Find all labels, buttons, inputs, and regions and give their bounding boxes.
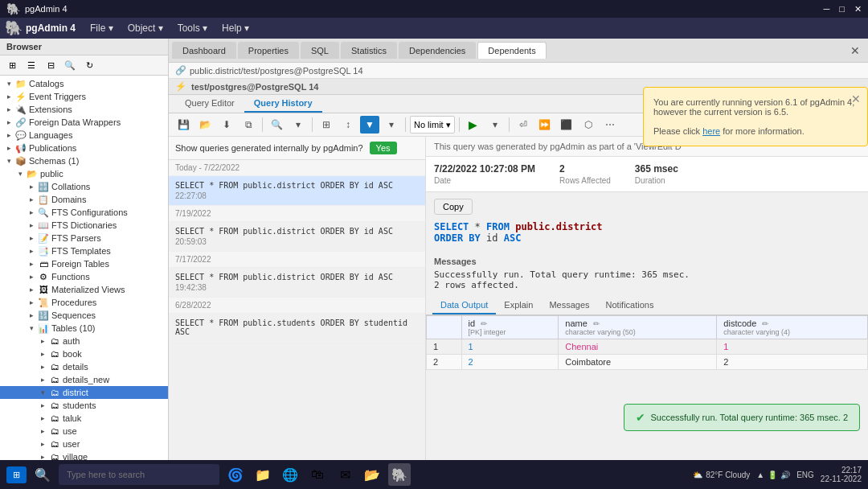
- rtab-messages[interactable]: Messages: [541, 297, 597, 314]
- toolbar-save[interactable]: 💾: [174, 116, 193, 134]
- tree-arrow[interactable]: ▸: [3, 131, 14, 139]
- taskbar-pgadmin[interactable]: 🐘: [388, 463, 411, 486]
- browser-tool-3[interactable]: ⊟: [42, 57, 59, 73]
- tab-close-button[interactable]: ✕: [845, 43, 865, 59]
- tab-properties[interactable]: Properties: [238, 42, 299, 59]
- limit-dropdown[interactable]: No limit ▾: [410, 116, 455, 134]
- browser-tool-1[interactable]: ⊞: [3, 57, 21, 73]
- toolbar-query[interactable]: 🔍: [267, 116, 286, 134]
- taskbar-files[interactable]: 📁: [252, 463, 274, 486]
- toolbar-run[interactable]: ▶: [464, 116, 483, 134]
- tree-arrow[interactable]: ▾: [3, 80, 14, 88]
- tab-sql[interactable]: SQL: [301, 42, 339, 59]
- tree-arrow[interactable]: ▾: [14, 170, 26, 178]
- qd-copy-button[interactable]: Copy: [434, 199, 473, 215]
- tree-item-details_new[interactable]: ▸🗂details_new: [0, 373, 168, 386]
- tree-arrow[interactable]: ▸: [3, 118, 14, 126]
- tree-arrow[interactable]: ▸: [37, 350, 48, 358]
- qh-entry[interactable]: SELECT * FROM public.students ORDER BY s…: [169, 314, 425, 343]
- tree-item-fts-templates[interactable]: ▸📑FTS Templates: [0, 244, 168, 257]
- tree-item-details[interactable]: ▸🗂details: [0, 360, 168, 373]
- taskbar-search[interactable]: 🔍: [31, 463, 54, 486]
- taskbar-store[interactable]: 🛍: [306, 463, 329, 486]
- minimize-button[interactable]: ─: [824, 4, 830, 14]
- start-button[interactable]: ⊞: [6, 466, 27, 483]
- col-edit-id[interactable]: ✏: [481, 319, 487, 328]
- tree-item-district[interactable]: ▾🗂district: [0, 386, 168, 399]
- tree-item-fts-parsers[interactable]: ▸📝FTS Parsers: [0, 232, 168, 244]
- tree-item-taluk[interactable]: ▸🗂taluk: [0, 412, 168, 425]
- toolbar-run-arrow[interactable]: ▾: [289, 116, 308, 134]
- taskbar-mail[interactable]: ✉: [334, 463, 356, 486]
- toolbar-filter-arrow[interactable]: ▾: [382, 116, 401, 134]
- tree-item-schemas-(1)[interactable]: ▾📦Schemas (1): [0, 154, 168, 167]
- taskbar-edge[interactable]: 🌐: [279, 463, 301, 486]
- tree-arrow[interactable]: ▸: [26, 183, 37, 191]
- tree-arrow[interactable]: ▸: [26, 298, 37, 306]
- toolbar-expand[interactable]: ↕: [338, 116, 358, 134]
- tree-item-foreign-tables[interactable]: ▸🗃Foreign Tables: [0, 257, 168, 270]
- tab-dashboard[interactable]: Dashboard: [172, 42, 236, 59]
- tree-arrow[interactable]: ▾: [3, 157, 14, 165]
- tree-item-auth[interactable]: ▸🗂auth: [0, 335, 168, 347]
- tree-item-book[interactable]: ▸🗂book: [0, 347, 168, 360]
- tree-arrow[interactable]: ▾: [26, 324, 37, 332]
- taskbar-search-input[interactable]: [59, 464, 219, 485]
- tree-item-use[interactable]: ▸🗂use: [0, 425, 168, 438]
- toolbar-format[interactable]: ⊞: [317, 116, 336, 134]
- browser-tool-refresh[interactable]: ↻: [80, 57, 98, 73]
- menu-help[interactable]: Help ▾: [215, 21, 256, 35]
- toolbar-open[interactable]: 📂: [195, 116, 215, 134]
- tree-item-students[interactable]: ▸🗂students: [0, 399, 168, 412]
- titlebar-controls[interactable]: ─ □ ✕: [824, 4, 862, 14]
- tree-arrow[interactable]: ▸: [26, 260, 37, 268]
- tree-item-languages[interactable]: ▸💬Languages: [0, 129, 168, 142]
- rtab-notifications[interactable]: Notifications: [598, 297, 662, 314]
- toolbar-filter[interactable]: ▼: [360, 116, 379, 134]
- close-button[interactable]: ✕: [854, 4, 862, 14]
- tree-item-user[interactable]: ▸🗂user: [0, 438, 168, 450]
- notification-link[interactable]: here: [702, 126, 720, 136]
- notification-close[interactable]: ✕: [851, 92, 861, 105]
- tab-statistics[interactable]: Statistics: [341, 42, 397, 59]
- tree-arrow[interactable]: ▸: [26, 286, 37, 294]
- tree-item-collations[interactable]: ▸🔡Collations: [0, 180, 168, 193]
- tab-dependencies[interactable]: Dependencies: [399, 42, 476, 59]
- tree-item-public[interactable]: ▾📂public: [0, 167, 168, 180]
- qh-yes-button[interactable]: Yes: [370, 142, 397, 154]
- tree-arrow[interactable]: ▾: [37, 388, 48, 397]
- tree-item-village[interactable]: ▸🗂village: [0, 450, 168, 460]
- browser-tool-2[interactable]: ☰: [23, 57, 40, 73]
- tree-item-fts-dictionaries[interactable]: ▸📖FTS Dictionaries: [0, 219, 168, 232]
- tree-arrow[interactable]: ▸: [37, 337, 48, 345]
- tab-dependents[interactable]: Dependents: [477, 42, 546, 59]
- taskbar-explorer[interactable]: 📂: [361, 463, 383, 486]
- tree-arrow[interactable]: ▸: [37, 363, 48, 371]
- tree-arrow[interactable]: ▸: [3, 92, 14, 101]
- menu-object[interactable]: Object ▾: [121, 21, 170, 35]
- tree-item-domains[interactable]: ▸📋Domains: [0, 193, 168, 206]
- tree-item-sequences[interactable]: ▸🔢Sequences: [0, 309, 168, 322]
- subtab-query-history[interactable]: Query History: [244, 95, 322, 113]
- tree-arrow[interactable]: ▸: [37, 401, 48, 409]
- menu-file[interactable]: File ▾: [84, 21, 120, 35]
- toolbar-run-arrow2[interactable]: ▾: [485, 116, 505, 134]
- tree-arrow[interactable]: ▸: [37, 376, 48, 384]
- toolbar-download[interactable]: ⬇: [217, 116, 236, 134]
- browser-tool-search[interactable]: 🔍: [61, 57, 79, 73]
- toolbar-stop[interactable]: ⬛: [557, 116, 576, 134]
- col-edit-distcode[interactable]: ✏: [762, 319, 768, 328]
- rtab-explain[interactable]: Explain: [496, 297, 541, 314]
- tree-arrow[interactable]: ▸: [26, 234, 37, 242]
- maximize-button[interactable]: □: [839, 4, 845, 14]
- toolbar-more[interactable]: ⋯: [600, 116, 620, 134]
- tree-item-event-triggers[interactable]: ▸⚡Event Triggers: [0, 90, 168, 103]
- tree-item-procedures[interactable]: ▸📜Procedures: [0, 296, 168, 309]
- subtab-query-editor[interactable]: Query Editor: [175, 95, 244, 113]
- tree-arrow[interactable]: ▸: [26, 311, 37, 319]
- tree-arrow[interactable]: ▸: [26, 195, 37, 203]
- tree-arrow[interactable]: ▸: [37, 427, 48, 435]
- arrow-up-icon[interactable]: ▲: [756, 471, 764, 479]
- tree-arrow[interactable]: ▸: [37, 414, 48, 422]
- tree-item-functions[interactable]: ▸⚙Functions: [0, 270, 168, 283]
